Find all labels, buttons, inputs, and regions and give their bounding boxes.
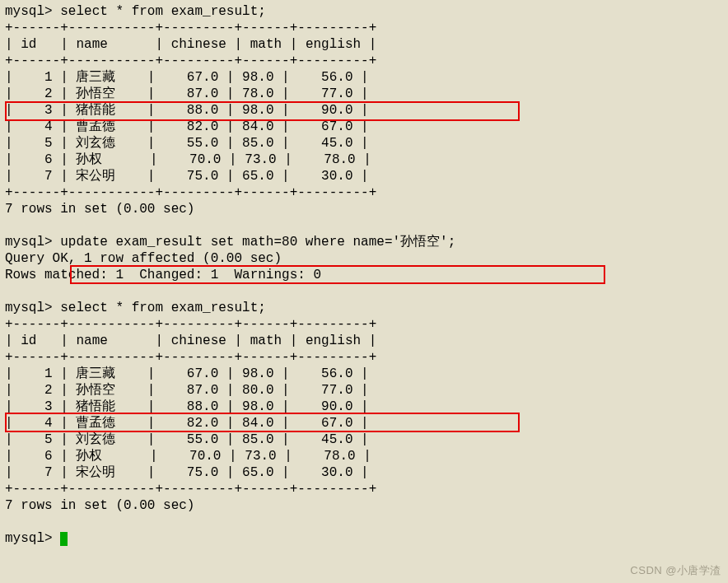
prompt: mysql> — [5, 531, 53, 546]
table-row: | 6 | 孙权 | 70.0 | 73.0 | 78.0 | — [5, 152, 371, 167]
table-sep: +------+-----------+---------+------+---… — [5, 54, 376, 68]
table-row: | 6 | 孙权 | 70.0 | 73.0 | 78.0 | — [5, 449, 371, 464]
table1-header: | id | name | chinese | math | english | — [5, 37, 376, 52]
table-row: | 7 | 宋公明 | 75.0 | 65.0 | 30.0 | — [5, 169, 369, 184]
table-row: | 4 | 曹孟德 | 82.0 | 84.0 | 67.0 | — [5, 119, 369, 134]
table-row: | 2 | 孙悟空 | 87.0 | 78.0 | 77.0 | — [5, 86, 369, 101]
table2-footer: 7 rows in set (0.00 sec) — [5, 498, 194, 513]
table-sep: +------+-----------+---------+------+---… — [5, 317, 376, 332]
sql-update: update exam_result set math=80 where nam… — [60, 235, 455, 250]
update-result-1: Query OK, 1 row affected (0.00 sec) — [5, 251, 282, 266]
sql-select-1: select * from exam_result; — [60, 4, 266, 19]
sql-select-2: select * from exam_result; — [60, 301, 266, 315]
table-row: | 5 | 刘玄德 | 55.0 | 85.0 | 45.0 | — [5, 136, 369, 151]
table-row: | 1 | 唐三藏 | 67.0 | 98.0 | 56.0 | — [5, 366, 369, 381]
table-row: | 5 | 刘玄德 | 55.0 | 85.0 | 45.0 | — [5, 432, 369, 447]
cursor-icon — [60, 532, 68, 546]
table-sep: +------+-----------+---------+------+---… — [5, 350, 376, 365]
table2-header: | id | name | chinese | math | english | — [5, 333, 376, 348]
prompt: mysql> — [5, 235, 53, 250]
highlight-row-after — [5, 413, 520, 432]
table-row: | 7 | 宋公明 | 75.0 | 65.0 | 30.0 | — [5, 465, 369, 480]
table-row: | 1 | 唐三藏 | 67.0 | 98.0 | 56.0 | — [5, 70, 369, 85]
table-sep: +------+-----------+---------+------+---… — [5, 21, 376, 35]
highlight-update-cmd — [70, 265, 605, 284]
table-row: | 2 | 孙悟空 | 87.0 | 80.0 | 77.0 | — [5, 383, 369, 398]
table1-footer: 7 rows in set (0.00 sec) — [5, 202, 194, 217]
prompt: mysql> — [5, 301, 53, 315]
highlight-row-before — [5, 101, 520, 121]
table-sep: +------+-----------+---------+------+---… — [5, 185, 376, 200]
table-sep: +------+-----------+---------+------+---… — [5, 482, 376, 497]
watermark: CSDN @小唐学渣 — [630, 564, 721, 577]
prompt: mysql> — [5, 4, 53, 19]
